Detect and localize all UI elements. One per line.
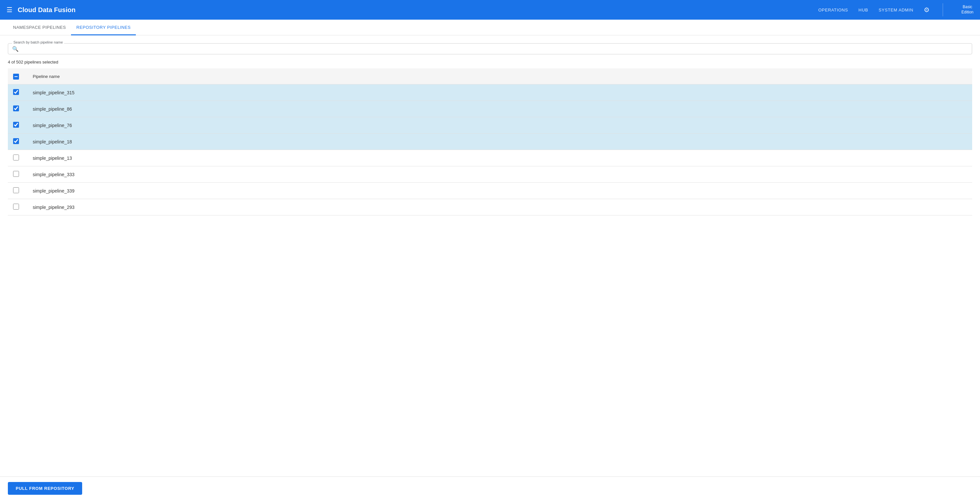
edition-line1: Basic xyxy=(963,5,972,10)
header-checkbox-cell xyxy=(8,68,27,84)
row-checkbox[interactable] xyxy=(13,154,19,161)
hub-nav-item[interactable]: HUB xyxy=(859,8,868,13)
pipeline-table-body: simple_pipeline_315simple_pipeline_86sim… xyxy=(8,84,972,215)
row-checkbox[interactable] xyxy=(13,122,19,128)
system-admin-nav-item[interactable]: SYSTEM ADMIN xyxy=(878,8,913,13)
row-checkbox[interactable] xyxy=(13,187,19,193)
table-row: simple_pipeline_76 xyxy=(8,117,972,134)
row-checkbox[interactable] xyxy=(13,171,19,177)
tab-namespace-pipelines[interactable]: NAMESPACE PIPELINES xyxy=(8,20,71,35)
table-row: simple_pipeline_333 xyxy=(8,166,972,183)
operations-nav-item[interactable]: OPERATIONS xyxy=(818,8,848,13)
edition-badge: Basic Edition xyxy=(961,5,974,15)
row-checkbox[interactable] xyxy=(13,105,19,111)
row-checkbox[interactable] xyxy=(13,89,19,95)
pipeline-name-col-header: Pipeline name xyxy=(27,68,972,84)
search-container: Search by batch pipeline name 🔍 xyxy=(8,43,972,54)
pipeline-name-cell: simple_pipeline_339 xyxy=(27,183,972,199)
edition-line2: Edition xyxy=(961,10,974,15)
selection-count: 4 of 502 pipelines selected xyxy=(8,60,972,65)
tab-repository-pipelines[interactable]: REPOSITORY PIPELINES xyxy=(71,20,136,35)
pipeline-table: Pipeline name simple_pipeline_315simple_… xyxy=(8,68,972,215)
row-checkbox[interactable] xyxy=(13,204,19,210)
row-checkbox-cell xyxy=(8,150,27,166)
pipeline-name-cell: simple_pipeline_333 xyxy=(27,166,972,183)
row-checkbox-cell xyxy=(8,183,27,199)
table-row: simple_pipeline_86 xyxy=(8,101,972,117)
table-header-row: Pipeline name xyxy=(8,68,972,84)
pipeline-name-cell: simple_pipeline_13 xyxy=(27,150,972,166)
search-input[interactable] xyxy=(21,46,968,51)
table-row: simple_pipeline_315 xyxy=(8,84,972,101)
tabs-bar: NAMESPACE PIPELINES REPOSITORY PIPELINES xyxy=(0,20,980,35)
table-row: simple_pipeline_293 xyxy=(8,199,972,215)
table-row: simple_pipeline_13 xyxy=(8,150,972,166)
pipeline-name-cell: simple_pipeline_293 xyxy=(27,199,972,215)
app-logo: Cloud Data Fusion xyxy=(18,6,818,14)
pipeline-name-cell: simple_pipeline_315 xyxy=(27,84,972,101)
row-checkbox-cell xyxy=(8,199,27,215)
row-checkbox[interactable] xyxy=(13,138,19,144)
menu-icon[interactable]: ☰ xyxy=(6,6,13,14)
app-header: ☰ Cloud Data Fusion OPERATIONS HUB SYSTE… xyxy=(0,0,980,20)
row-checkbox-cell xyxy=(8,166,27,183)
main-content: Search by batch pipeline name 🔍 4 of 502… xyxy=(0,35,980,223)
header-nav: OPERATIONS HUB SYSTEM ADMIN ⚙ Basic Edit… xyxy=(818,3,974,16)
select-all-checkbox[interactable] xyxy=(13,74,19,80)
pipeline-name-cell: simple_pipeline_18 xyxy=(27,134,972,150)
search-icon: 🔍 xyxy=(12,46,19,52)
table-row: simple_pipeline_339 xyxy=(8,183,972,199)
row-checkbox-cell xyxy=(8,134,27,150)
pipeline-name-cell: simple_pipeline_76 xyxy=(27,117,972,134)
header-divider xyxy=(943,3,943,16)
pipeline-name-cell: simple_pipeline_86 xyxy=(27,101,972,117)
table-row: simple_pipeline_18 xyxy=(8,134,972,150)
row-checkbox-cell xyxy=(8,84,27,101)
settings-icon[interactable]: ⚙ xyxy=(924,6,930,14)
row-checkbox-cell xyxy=(8,117,27,134)
row-checkbox-cell xyxy=(8,101,27,117)
search-label: Search by batch pipeline name xyxy=(12,40,64,44)
